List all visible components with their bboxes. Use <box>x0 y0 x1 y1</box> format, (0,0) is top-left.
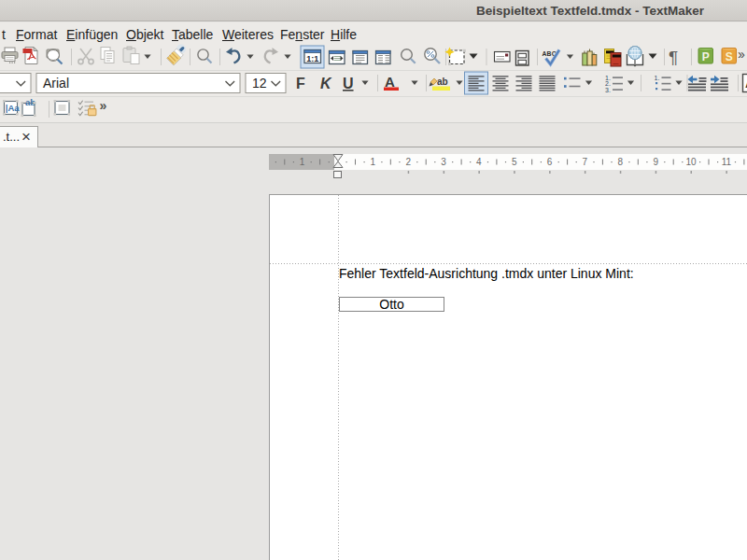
svg-text:1: 1 <box>300 157 305 167</box>
svg-text:A: A <box>385 74 395 90</box>
svg-text:7: 7 <box>583 157 588 167</box>
svg-text:››: ›› <box>738 46 745 62</box>
svg-text:Arial: Arial <box>43 76 69 91</box>
svg-text:ab: ab <box>437 77 448 87</box>
svg-text:1: 1 <box>371 157 376 167</box>
svg-text:¶: ¶ <box>669 48 678 67</box>
svg-text:F: F <box>296 76 305 91</box>
svg-text:2: 2 <box>405 157 411 167</box>
svg-text:8: 8 <box>618 157 624 167</box>
svg-text:|Aa: |Aa <box>6 103 21 113</box>
svg-text:»: » <box>100 98 107 113</box>
svg-text:3.: 3. <box>605 87 611 93</box>
svg-text:K: K <box>320 76 332 91</box>
svg-text:S: S <box>726 50 733 63</box>
svg-text:1.: 1. <box>655 75 660 81</box>
svg-text:3: 3 <box>441 157 446 167</box>
svg-text:P: P <box>702 50 710 63</box>
svg-text:5: 5 <box>512 157 517 167</box>
svg-text:12: 12 <box>252 76 267 91</box>
svg-text:11: 11 <box>722 157 732 167</box>
svg-text:4: 4 <box>476 157 482 167</box>
svg-text:10: 10 <box>685 157 697 167</box>
svg-text:1:1: 1:1 <box>306 54 318 63</box>
svg-text:9: 9 <box>653 157 658 167</box>
svg-text:6: 6 <box>547 157 553 167</box>
svg-text:U: U <box>343 76 354 91</box>
